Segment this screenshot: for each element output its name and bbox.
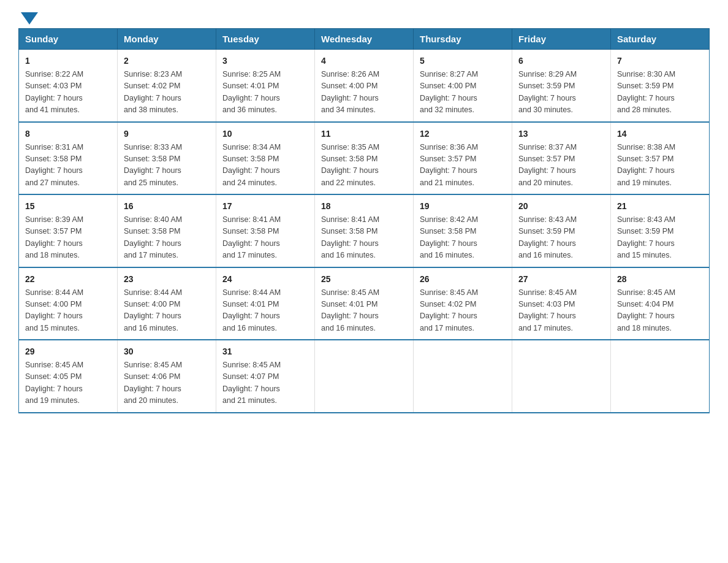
day-number: 13 [518,128,604,140]
calendar-cell: 3 Sunrise: 8:25 AMSunset: 4:01 PMDayligh… [216,50,315,122]
calendar-cell: 16 Sunrise: 8:40 AMSunset: 3:58 PMDaylig… [118,194,216,267]
day-number: 7 [617,55,703,67]
day-number: 28 [617,273,703,286]
day-number: 25 [321,273,407,286]
day-number: 19 [420,200,506,213]
day-info: Sunrise: 8:35 AMSunset: 3:58 PMDaylight:… [321,142,407,190]
day-info: Sunrise: 8:45 AMSunset: 4:02 PMDaylight:… [420,287,506,335]
calendar-cell: 12 Sunrise: 8:36 AMSunset: 3:57 PMDaylig… [414,122,512,195]
calendar-cell: 18 Sunrise: 8:41 AMSunset: 3:58 PMDaylig… [315,194,414,267]
calendar-cell: 19 Sunrise: 8:42 AMSunset: 3:58 PMDaylig… [414,194,512,267]
calendar-cell: 31 Sunrise: 8:45 AMSunset: 4:07 PMDaylig… [216,340,315,413]
day-info: Sunrise: 8:45 AMSunset: 4:04 PMDaylight:… [617,287,703,335]
day-info: Sunrise: 8:45 AMSunset: 4:03 PMDaylight:… [518,287,604,335]
day-info: Sunrise: 8:30 AMSunset: 3:59 PMDaylight:… [617,69,703,117]
day-number: 4 [321,55,407,67]
logo-triangle-icon [21,12,38,25]
day-number: 12 [420,128,506,140]
calendar-cell [611,340,710,413]
day-info: Sunrise: 8:25 AMSunset: 4:01 PMDaylight:… [222,69,308,117]
calendar-cell [414,340,512,413]
calendar-week-row: 8 Sunrise: 8:31 AMSunset: 3:58 PMDayligh… [19,122,710,195]
calendar-table: SundayMondayTuesdayWednesdayThursdayFrid… [18,28,710,413]
day-number: 14 [617,128,703,140]
day-number: 3 [222,55,308,67]
weekday-row: SundayMondayTuesdayWednesdayThursdayFrid… [19,29,710,50]
calendar-cell: 2 Sunrise: 8:23 AMSunset: 4:02 PMDayligh… [118,50,216,122]
calendar-cell: 20 Sunrise: 8:43 AMSunset: 3:59 PMDaylig… [512,194,611,267]
day-number: 31 [222,345,308,358]
day-number: 2 [124,55,210,67]
calendar-cell: 17 Sunrise: 8:41 AMSunset: 3:58 PMDaylig… [216,194,315,267]
calendar-cell: 26 Sunrise: 8:45 AMSunset: 4:02 PMDaylig… [414,267,512,340]
day-number: 8 [25,128,111,140]
day-number: 24 [222,273,308,286]
weekday-header-friday: Friday [512,29,611,50]
weekday-header-sunday: Sunday [19,29,118,50]
day-info: Sunrise: 8:33 AMSunset: 3:58 PMDaylight:… [124,142,210,190]
calendar-cell [512,340,611,413]
day-info: Sunrise: 8:43 AMSunset: 3:59 PMDaylight:… [518,214,604,262]
day-info: Sunrise: 8:31 AMSunset: 3:58 PMDaylight:… [25,142,111,190]
day-info: Sunrise: 8:34 AMSunset: 3:58 PMDaylight:… [222,142,308,190]
day-number: 22 [25,273,111,286]
calendar-cell: 25 Sunrise: 8:45 AMSunset: 4:01 PMDaylig… [315,267,414,340]
page-header [18,12,710,22]
day-info: Sunrise: 8:45 AMSunset: 4:01 PMDaylight:… [321,287,407,335]
day-info: Sunrise: 8:41 AMSunset: 3:58 PMDaylight:… [321,214,407,262]
day-info: Sunrise: 8:22 AMSunset: 4:03 PMDaylight:… [25,69,111,117]
calendar-cell: 27 Sunrise: 8:45 AMSunset: 4:03 PMDaylig… [512,267,611,340]
day-number: 16 [124,200,210,213]
calendar-header: SundayMondayTuesdayWednesdayThursdayFrid… [19,29,710,50]
calendar-cell: 23 Sunrise: 8:44 AMSunset: 4:00 PMDaylig… [118,267,216,340]
calendar-cell: 22 Sunrise: 8:44 AMSunset: 4:00 PMDaylig… [19,267,118,340]
day-number: 6 [518,55,604,67]
day-info: Sunrise: 8:42 AMSunset: 3:58 PMDaylight:… [420,214,506,262]
day-info: Sunrise: 8:29 AMSunset: 3:59 PMDaylight:… [518,69,604,117]
weekday-header-monday: Monday [118,29,216,50]
weekday-header-thursday: Thursday [414,29,512,50]
day-number: 5 [420,55,506,67]
day-number: 17 [222,200,308,213]
day-info: Sunrise: 8:37 AMSunset: 3:57 PMDaylight:… [518,142,604,190]
day-info: Sunrise: 8:38 AMSunset: 3:57 PMDaylight:… [617,142,703,190]
calendar-cell: 28 Sunrise: 8:45 AMSunset: 4:04 PMDaylig… [611,267,710,340]
calendar-cell [315,340,414,413]
weekday-header-saturday: Saturday [611,29,710,50]
weekday-header-wednesday: Wednesday [315,29,414,50]
day-number: 27 [518,273,604,286]
calendar-cell: 8 Sunrise: 8:31 AMSunset: 3:58 PMDayligh… [19,122,118,195]
day-info: Sunrise: 8:45 AMSunset: 4:06 PMDaylight:… [124,359,210,407]
day-info: Sunrise: 8:41 AMSunset: 3:58 PMDaylight:… [222,214,308,262]
day-info: Sunrise: 8:44 AMSunset: 4:00 PMDaylight:… [25,287,111,335]
calendar-week-row: 1 Sunrise: 8:22 AMSunset: 4:03 PMDayligh… [19,50,710,122]
day-info: Sunrise: 8:43 AMSunset: 3:59 PMDaylight:… [617,214,703,262]
calendar-cell: 15 Sunrise: 8:39 AMSunset: 3:57 PMDaylig… [19,194,118,267]
day-number: 30 [124,345,210,358]
calendar-week-row: 22 Sunrise: 8:44 AMSunset: 4:00 PMDaylig… [19,267,710,340]
calendar-cell: 11 Sunrise: 8:35 AMSunset: 3:58 PMDaylig… [315,122,414,195]
day-number: 26 [420,273,506,286]
day-info: Sunrise: 8:26 AMSunset: 4:00 PMDaylight:… [321,69,407,117]
calendar-cell: 1 Sunrise: 8:22 AMSunset: 4:03 PMDayligh… [19,50,118,122]
day-number: 10 [222,128,308,140]
weekday-header-tuesday: Tuesday [216,29,315,50]
calendar-week-row: 29 Sunrise: 8:45 AMSunset: 4:05 PMDaylig… [19,340,710,413]
calendar-cell: 13 Sunrise: 8:37 AMSunset: 3:57 PMDaylig… [512,122,611,195]
day-info: Sunrise: 8:40 AMSunset: 3:58 PMDaylight:… [124,214,210,262]
day-number: 29 [25,345,111,358]
calendar-cell: 29 Sunrise: 8:45 AMSunset: 4:05 PMDaylig… [19,340,118,413]
logo-top [18,12,38,25]
day-number: 23 [124,273,210,286]
day-info: Sunrise: 8:39 AMSunset: 3:57 PMDaylight:… [25,214,111,262]
calendar-cell: 5 Sunrise: 8:27 AMSunset: 4:00 PMDayligh… [414,50,512,122]
day-info: Sunrise: 8:36 AMSunset: 3:57 PMDaylight:… [420,142,506,190]
day-info: Sunrise: 8:23 AMSunset: 4:02 PMDaylight:… [124,69,210,117]
day-number: 21 [617,200,703,213]
calendar-week-row: 15 Sunrise: 8:39 AMSunset: 3:57 PMDaylig… [19,194,710,267]
day-info: Sunrise: 8:45 AMSunset: 4:07 PMDaylight:… [222,359,308,407]
day-number: 20 [518,200,604,213]
day-info: Sunrise: 8:45 AMSunset: 4:05 PMDaylight:… [25,359,111,407]
day-number: 1 [25,55,111,67]
day-number: 18 [321,200,407,213]
